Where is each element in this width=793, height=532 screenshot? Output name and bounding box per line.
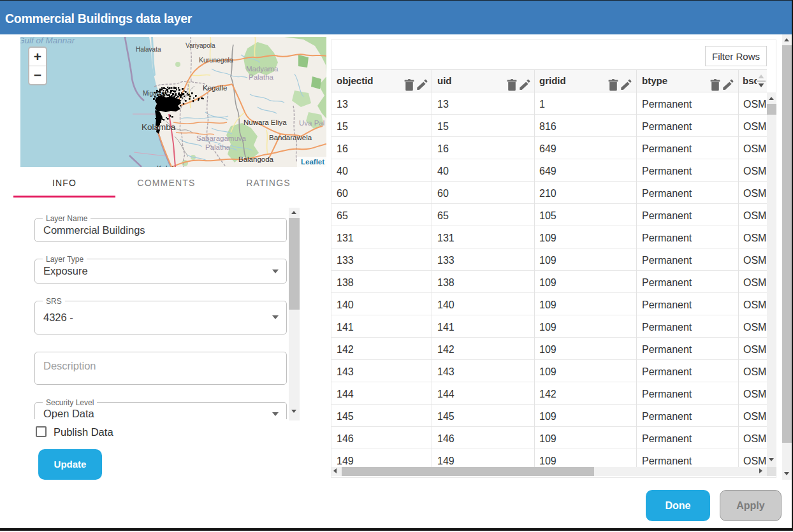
svg-text:Migamu: Migamu xyxy=(143,90,166,97)
svg-text:Leaflet: Leaflet xyxy=(301,158,324,166)
svg-text:Variyapola: Variyapola xyxy=(186,42,215,49)
svg-text:Palatha: Palatha xyxy=(205,143,231,151)
svg-text:Halavata: Halavata xyxy=(136,46,161,53)
svg-text:Balangoda: Balangoda xyxy=(238,155,274,163)
svg-text:Kurunegala: Kurunegala xyxy=(199,56,233,64)
svg-text:Bandarawela: Bandarawela xyxy=(269,134,312,141)
svg-text:Kolamba: Kolamba xyxy=(142,122,176,132)
svg-text:Madyama: Madyama xyxy=(246,65,279,73)
svg-text:Palatha: Palatha xyxy=(249,73,274,81)
svg-text:Nuwara Eliya: Nuwara Eliya xyxy=(244,119,287,126)
svg-text:Sabaragamuva: Sabaragamuva xyxy=(196,134,247,142)
svg-text:Kalutara: Kalutara xyxy=(157,164,184,167)
svg-text:Uva Pal: Uva Pal xyxy=(299,119,324,127)
svg-text:Gulf of Mannar: Gulf of Mannar xyxy=(20,37,75,45)
svg-text:Kegalle: Kegalle xyxy=(203,84,227,92)
